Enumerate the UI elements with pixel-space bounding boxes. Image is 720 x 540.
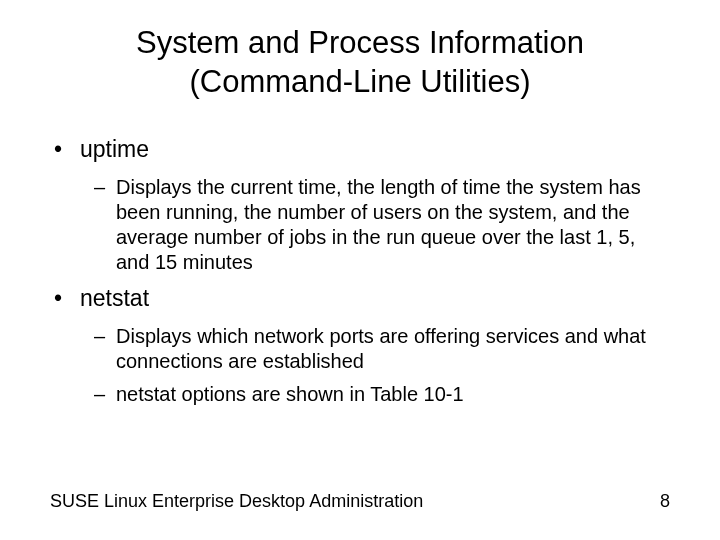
bullet-level2: – Displays the current time, the length … (94, 175, 670, 275)
bullet-level2: – netstat options are shown in Table 10-… (94, 382, 670, 407)
bullet-text: uptime (80, 134, 670, 165)
bullet-text: netstat options are shown in Table 10-1 (116, 382, 670, 407)
page-number: 8 (660, 491, 670, 512)
bullet-marker-l2: – (94, 324, 116, 374)
slide-title: System and Process Information (Command-… (50, 24, 670, 102)
bullet-marker-l2: – (94, 382, 116, 407)
slide-content: • uptime – Displays the current time, th… (50, 134, 670, 407)
bullet-marker-l1: • (52, 283, 80, 314)
bullet-marker-l1: • (52, 134, 80, 165)
bullet-text: Displays the current time, the length of… (116, 175, 670, 275)
bullet-level2: – Displays which network ports are offer… (94, 324, 670, 374)
slide-footer: SUSE Linux Enterprise Desktop Administra… (50, 491, 670, 512)
footer-left: SUSE Linux Enterprise Desktop Administra… (50, 491, 423, 512)
bullet-level1: • netstat (52, 283, 670, 314)
bullet-text: netstat (80, 283, 670, 314)
bullet-marker-l2: – (94, 175, 116, 275)
bullet-text: Displays which network ports are offerin… (116, 324, 670, 374)
slide: System and Process Information (Command-… (0, 0, 720, 540)
bullet-level1: • uptime (52, 134, 670, 165)
